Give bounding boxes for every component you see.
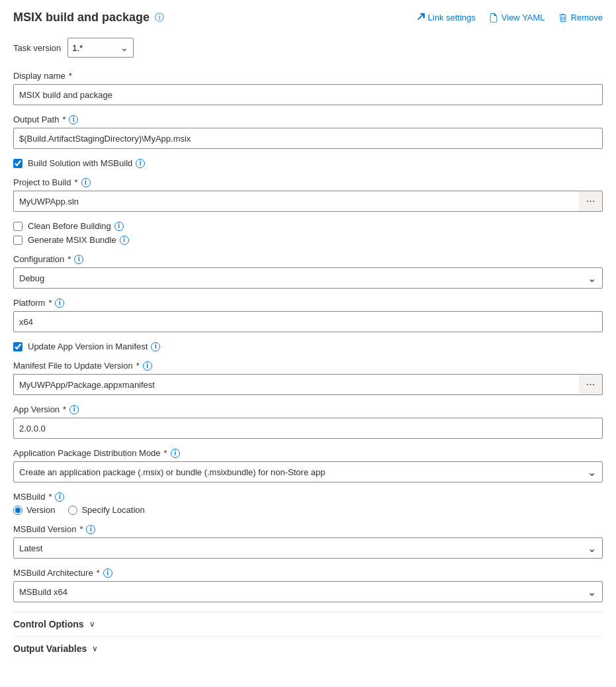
- manifest-file-label: Manifest File to Update Version * i: [13, 361, 603, 371]
- update-app-version-row: Update App Version in Manifest i: [13, 342, 603, 351]
- clean-before-building-checkbox[interactable]: [13, 222, 22, 231]
- yaml-icon: [489, 13, 498, 23]
- configuration-label: Configuration * i: [13, 254, 603, 264]
- update-app-version-checkbox[interactable]: [13, 342, 22, 351]
- trash-icon: [558, 13, 568, 23]
- build-solution-label: Build Solution with MSBuild i: [28, 158, 145, 168]
- configuration-select-wrapper: Debug Release: [13, 267, 603, 289]
- title-info-icon[interactable]: ⓘ: [155, 12, 164, 24]
- app-version-section: App Version * i: [13, 404, 603, 439]
- project-to-build-info-icon[interactable]: i: [81, 178, 91, 187]
- distribution-mode-info-icon[interactable]: i: [171, 449, 180, 458]
- remove-button[interactable]: Remove: [558, 13, 603, 23]
- output-path-info-icon[interactable]: i: [69, 115, 78, 124]
- configuration-info-icon[interactable]: i: [74, 255, 83, 264]
- msbuild-architecture-select[interactable]: MSBuild x64 MSBuild x86: [13, 581, 603, 602]
- platform-label: Platform * i: [13, 298, 603, 308]
- link-settings-label: Link settings: [428, 13, 476, 23]
- clean-before-building-row: Clean Before Building i: [13, 221, 603, 231]
- manifest-file-input[interactable]: [13, 374, 579, 395]
- msbuild-version-select[interactable]: Latest 16.0 15.0 14.0: [13, 537, 603, 559]
- output-variables-section[interactable]: Output Variables ∨: [13, 636, 603, 661]
- manifest-file-input-group: ···: [13, 374, 603, 395]
- platform-input[interactable]: [13, 311, 603, 332]
- link-icon: [416, 13, 425, 23]
- msbuild-version-radio-row: Version: [13, 505, 55, 515]
- output-path-input[interactable]: [13, 128, 603, 149]
- msbuild-architecture-info-icon[interactable]: i: [103, 569, 112, 578]
- display-name-section: Display name *: [13, 71, 603, 105]
- configuration-section: Configuration * i Debug Release: [13, 254, 603, 289]
- msbuild-location-radio-row: Specify Location: [68, 505, 144, 515]
- app-version-info-icon[interactable]: i: [69, 405, 79, 414]
- page-title: MSIX build and package: [13, 11, 150, 24]
- task-version-select[interactable]: 1.* 0.*: [67, 38, 134, 58]
- display-name-label: Display name *: [13, 71, 603, 81]
- generate-msix-bundle-label: Generate MSIX Bundle i: [28, 235, 129, 245]
- control-options-label: Control Options: [13, 619, 84, 629]
- control-options-chevron: ∨: [89, 619, 95, 629]
- page-header: MSIX build and package ⓘ Link settings V…: [13, 11, 603, 24]
- configuration-select[interactable]: Debug Release: [13, 267, 603, 289]
- build-solution-checkbox[interactable]: [13, 159, 22, 168]
- task-version-label: Task version: [13, 43, 61, 53]
- title-area: MSIX build and package ⓘ: [13, 11, 164, 24]
- distribution-mode-label: Application Package Distribution Mode * …: [13, 448, 603, 458]
- update-app-version-label: Update App Version in Manifest i: [28, 342, 160, 351]
- project-to-build-section: Project to Build * i ···: [13, 177, 603, 212]
- msbuild-version-section: MSBuild Version * i Latest 16.0 15.0 14.…: [13, 524, 603, 559]
- msbuild-architecture-select-wrapper: MSBuild x64 MSBuild x86: [13, 581, 603, 602]
- msbuild-version-radio[interactable]: [13, 506, 22, 515]
- generate-msix-bundle-row: Generate MSIX Bundle i: [13, 235, 603, 245]
- manifest-file-browse-button[interactable]: ···: [579, 374, 603, 395]
- output-path-label: Output Path * i: [13, 114, 603, 124]
- manifest-file-section: Manifest File to Update Version * i ···: [13, 361, 603, 395]
- msbuild-label: MSBuild * i: [13, 492, 603, 502]
- distribution-mode-section: Application Package Distribution Mode * …: [13, 448, 603, 482]
- update-app-version-info-icon[interactable]: i: [151, 342, 160, 351]
- output-variables-chevron: ∨: [92, 644, 98, 653]
- project-to-build-input-group: ···: [13, 191, 603, 212]
- msbuild-section: MSBuild * i Version Specify Location: [13, 492, 603, 515]
- link-settings-button[interactable]: Link settings: [416, 13, 476, 23]
- build-solution-checkbox-row: Build Solution with MSBuild i: [13, 158, 603, 168]
- update-app-version-section: Update App Version in Manifest i: [13, 342, 603, 351]
- msbuild-location-radio-label: Specify Location: [81, 505, 144, 515]
- msbuild-location-radio[interactable]: [68, 506, 77, 515]
- build-solution-section: Build Solution with MSBuild i: [13, 158, 603, 168]
- task-version-row: Task version 1.* 0.*: [13, 38, 603, 58]
- project-to-build-input[interactable]: [13, 191, 579, 212]
- build-solution-info-icon[interactable]: i: [136, 159, 145, 168]
- msbuild-architecture-section: MSBuild Architecture * i MSBuild x64 MSB…: [13, 568, 603, 602]
- distribution-mode-select-wrapper: Create an application package (.msix) or…: [13, 461, 603, 482]
- clean-before-building-label: Clean Before Building i: [28, 221, 124, 231]
- msbuild-version-info-icon[interactable]: i: [86, 525, 95, 534]
- platform-info-icon[interactable]: i: [55, 298, 64, 308]
- header-actions: Link settings View YAML Remove: [416, 13, 603, 23]
- msbuild-version-label: MSBuild Version * i: [13, 524, 603, 534]
- msbuild-info-icon[interactable]: i: [55, 492, 64, 502]
- view-yaml-label: View YAML: [502, 13, 545, 23]
- clean-before-building-section: Clean Before Building i Generate MSIX Bu…: [13, 221, 603, 245]
- control-options-section[interactable]: Control Options ∨: [13, 612, 603, 636]
- project-to-build-label: Project to Build * i: [13, 177, 603, 187]
- output-variables-label: Output Variables: [13, 643, 87, 654]
- app-version-label: App Version * i: [13, 404, 603, 414]
- msbuild-version-radio-label: Version: [26, 505, 55, 515]
- msbuild-architecture-label: MSBuild Architecture * i: [13, 568, 603, 578]
- app-version-input[interactable]: [13, 418, 603, 439]
- platform-section: Platform * i: [13, 298, 603, 332]
- display-name-input[interactable]: [13, 84, 603, 105]
- output-path-section: Output Path * i: [13, 114, 603, 149]
- project-to-build-browse-button[interactable]: ···: [579, 191, 603, 212]
- clean-before-building-info-icon[interactable]: i: [114, 222, 124, 231]
- generate-msix-bundle-info-icon[interactable]: i: [120, 236, 129, 245]
- msbuild-version-select-wrapper: Latest 16.0 15.0 14.0: [13, 537, 603, 559]
- remove-label: Remove: [571, 13, 603, 23]
- task-version-wrapper: 1.* 0.*: [67, 38, 134, 58]
- generate-msix-bundle-checkbox[interactable]: [13, 236, 22, 245]
- manifest-file-info-icon[interactable]: i: [143, 361, 152, 371]
- msbuild-radio-group: Version Specify Location: [13, 505, 603, 515]
- view-yaml-button[interactable]: View YAML: [489, 13, 545, 23]
- distribution-mode-select[interactable]: Create an application package (.msix) or…: [13, 461, 603, 482]
